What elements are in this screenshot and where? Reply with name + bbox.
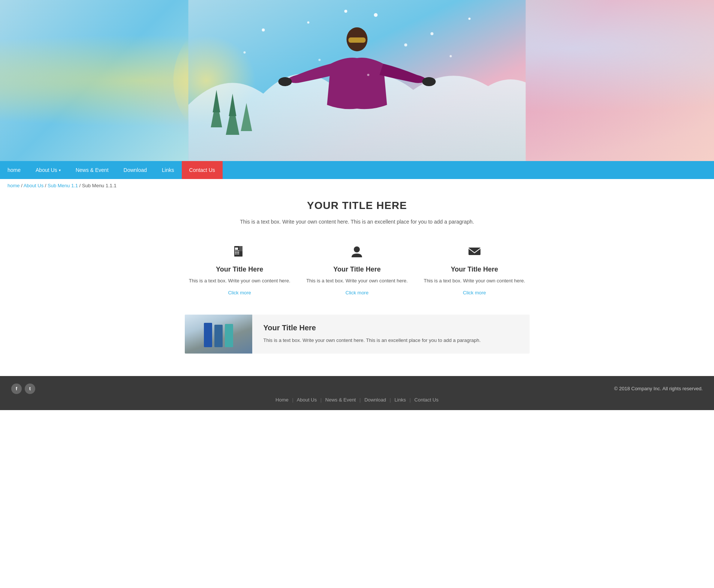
svg-point-10 (469, 18, 471, 20)
svg-rect-20 (237, 251, 238, 251)
wide-card: Your Title Here This is a text box. Writ… (185, 315, 530, 354)
binders-graphic (204, 321, 233, 347)
svg-rect-18 (235, 248, 238, 250)
wide-card-content: Your Title Here This is a text box. Writ… (252, 315, 492, 354)
card-3-icon (423, 245, 525, 261)
svg-rect-21 (238, 251, 239, 251)
svg-rect-26 (237, 254, 238, 254)
svg-point-15 (319, 59, 321, 61)
wide-card-image (185, 315, 252, 354)
nav-contact-us[interactable]: Contact Us (182, 161, 223, 179)
svg-rect-30 (469, 248, 480, 255)
card-1-icon (189, 245, 291, 261)
svg-point-8 (374, 13, 378, 17)
breadcrumb-sub-menu-1-1[interactable]: Sub Menu 1.1 (48, 183, 78, 188)
binder-1 (204, 323, 212, 347)
breadcrumb-current: Sub Menu 1.1.1 (82, 183, 117, 188)
breadcrumb: home / About Us / Sub Menu 1.1 / Sub Men… (0, 179, 714, 192)
footer-link-news[interactable]: News & Event (325, 397, 356, 403)
nav-news-event[interactable]: News & Event (68, 161, 116, 179)
footer-copyright: © 2018 Company Inc. All rights reserved. (614, 386, 703, 391)
three-col-section: Your Title Here This is a text box. Writ… (185, 241, 530, 300)
footer-social: f t (11, 384, 35, 394)
card-3-text: This is a text box. Write your own conte… (423, 277, 525, 285)
card-3-title: Your Title Here (423, 266, 525, 273)
binder-2 (214, 325, 223, 347)
svg-rect-22 (235, 252, 236, 253)
wide-card-title: Your Title Here (263, 324, 481, 332)
card-1-link[interactable]: Click more (228, 290, 251, 295)
nav-links[interactable]: Links (154, 161, 182, 179)
card-1: Your Title Here This is a text box. Writ… (185, 241, 295, 300)
nav-about-us[interactable]: About Us ▾ (28, 161, 68, 179)
svg-point-11 (244, 51, 246, 54)
breadcrumb-home[interactable]: home (7, 183, 20, 188)
svg-point-9 (431, 32, 434, 35)
svg-point-5 (422, 77, 436, 86)
svg-point-12 (404, 43, 407, 46)
page-title: YOUR TITLE HERE (185, 200, 530, 212)
svg-point-16 (367, 74, 370, 76)
footer-link-home[interactable]: Home (275, 397, 289, 403)
binder-3 (225, 324, 233, 347)
page-description: This is a text box. Write your own conte… (185, 218, 530, 226)
hero-image (0, 0, 714, 161)
footer-links: Home | About Us | News & Event | Downloa… (7, 397, 707, 403)
svg-rect-28 (239, 246, 242, 251)
card-2-title: Your Title Here (306, 266, 408, 273)
breadcrumb-about-us[interactable]: About Us (24, 183, 43, 188)
svg-rect-19 (235, 251, 236, 251)
hero-banner (0, 0, 714, 161)
footer-link-links[interactable]: Links (395, 397, 406, 403)
svg-point-29 (354, 246, 360, 252)
svg-rect-23 (237, 252, 238, 253)
svg-rect-27 (238, 254, 239, 254)
card-2-link[interactable]: Click more (346, 290, 368, 295)
svg-rect-3 (349, 37, 366, 43)
card-2-icon (306, 245, 408, 261)
site-footer: f t © 2018 Company Inc. All rights reser… (0, 376, 714, 410)
svg-point-6 (262, 28, 265, 31)
facebook-icon[interactable]: f (11, 384, 22, 394)
card-3-link[interactable]: Click more (463, 290, 486, 295)
svg-rect-24 (238, 252, 239, 253)
main-content: YOUR TITLE HERE This is a text box. Writ… (177, 192, 537, 376)
footer-link-download[interactable]: Download (364, 397, 386, 403)
card-2: Your Title Here This is a text box. Writ… (302, 241, 412, 300)
footer-link-contact[interactable]: Contact Us (415, 397, 439, 403)
svg-point-14 (344, 10, 347, 13)
main-navbar: home About Us ▾ News & Event Download Li… (0, 161, 714, 179)
card-2-text: This is a text box. Write your own conte… (306, 277, 408, 285)
svg-point-13 (450, 55, 452, 57)
svg-point-7 (307, 21, 310, 24)
card-3: Your Title Here This is a text box. Writ… (419, 241, 529, 300)
wide-card-text: This is a text box. Write your own conte… (263, 337, 481, 345)
svg-point-4 (278, 77, 292, 86)
nav-download[interactable]: Download (116, 161, 154, 179)
card-1-title: Your Title Here (189, 266, 291, 273)
nav-home[interactable]: home (0, 161, 28, 179)
twitter-icon[interactable]: t (25, 384, 35, 394)
svg-rect-25 (235, 254, 236, 254)
footer-link-about[interactable]: About Us (297, 397, 317, 403)
footer-row: f t © 2018 Company Inc. All rights reser… (7, 384, 707, 394)
about-us-caret: ▾ (59, 168, 61, 172)
card-1-text: This is a text box. Write your own conte… (189, 277, 291, 285)
